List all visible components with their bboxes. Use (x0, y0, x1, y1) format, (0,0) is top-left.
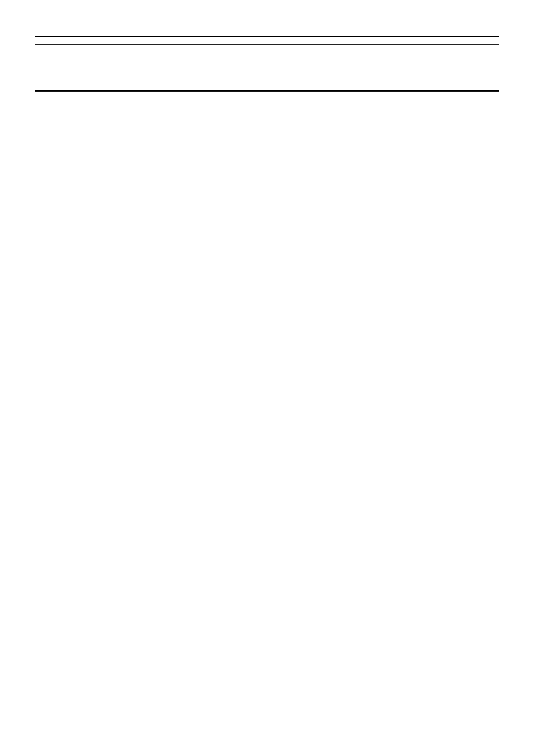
column-header (35, 39, 499, 45)
section-ii (35, 63, 499, 67)
page-footer (35, 90, 499, 102)
toc (35, 55, 499, 67)
section-i (35, 55, 499, 59)
page-header (35, 35, 499, 37)
